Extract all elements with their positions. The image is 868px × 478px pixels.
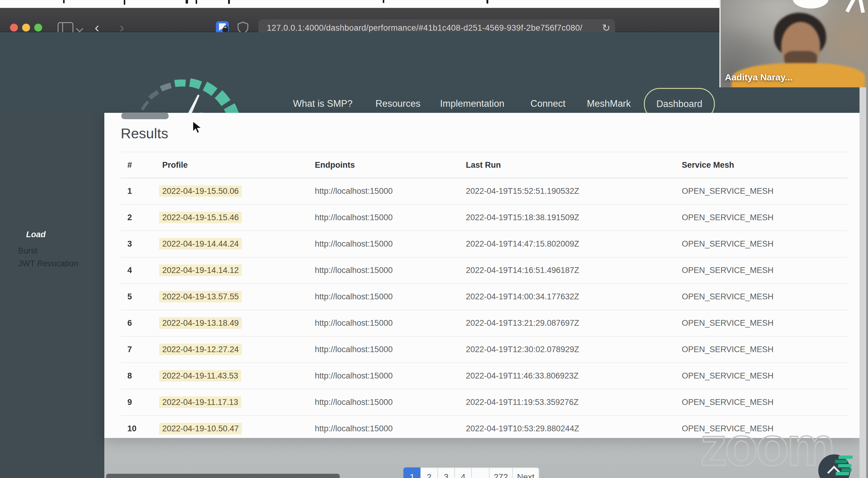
cell-service-mesh: OPEN_SERVICE_MESH [682,266,848,275]
profile-highlight: 2022-04-19-15.15.46 [159,212,242,223]
cell-endpoints: http://localhost:15000 [315,292,466,301]
table-row[interactable]: 3 2022-04-19-14.44.24 http://localhost:1… [121,230,848,257]
minimize-window-button[interactable] [22,24,30,32]
letter-fragment [487,0,488,4]
table-row[interactable]: 7 2022-04-19-12.27.24 http://localhost:1… [121,336,848,362]
column-header: Endpoints [315,160,466,170]
cell-last-run: 2022-04-19T14:00:34.177632Z [466,292,682,301]
cell-service-mesh: OPEN_SERVICE_MESH [682,397,848,407]
cell-service-mesh: OPEN_SERVICE_MESH [682,318,848,328]
table-row[interactable]: 2 2022-04-19-15.15.46 http://localhost:1… [121,204,848,230]
cell-service-mesh: OPEN_SERVICE_MESH [682,292,848,301]
letter-fragment [186,0,188,4]
table-row[interactable]: 6 2022-04-19-13.18.49 http://localhost:1… [121,310,848,336]
cell-index: 9 [121,397,162,407]
profile-highlight: 2022-04-19-14.44.24 [159,238,242,250]
cell-service-mesh: OPEN_SERVICE_MESH [682,371,848,381]
cell-index: 2 [121,213,162,222]
lock-icon [223,28,228,32]
page-button[interactable]: 3 [437,467,455,478]
tab-remnant[interactable] [121,113,168,119]
profile-highlight: 2022-04-19-10.50.47 [159,423,242,434]
next-page-button[interactable]: Next [512,467,539,478]
page-button[interactable]: 2 [420,467,438,478]
cell-index: 5 [121,292,162,301]
cell-profile: 2022-04-19-10.50.47 [162,424,315,434]
letter-fragment [63,0,65,3]
profile-highlight: 2022-04-19-13.18.49 [159,317,242,329]
cell-index: 8 [121,371,162,381]
nav-link[interactable]: Connect [530,98,565,109]
cell-endpoints: http://localhost:15000 [315,318,466,328]
table-body: 1 2022-04-19-15.50.06 http://localhost:1… [121,178,848,442]
cell-profile: 2022-04-19-15.50.06 [162,187,315,196]
cell-index: 7 [121,345,162,354]
page-title: Results [121,125,168,141]
table-row[interactable]: 8 2022-04-19-11.43.53 http://localhost:1… [121,362,848,389]
profile-highlight: 2022-04-19-15.50.06 [159,185,242,197]
cell-last-run: 2022-04-19T15:52:51.190532Z [466,187,682,196]
page-button[interactable]: 272 [489,467,513,478]
window-right-edge [866,32,868,478]
cell-endpoints: http://localhost:15000 [315,239,466,249]
cell-index: 6 [121,318,162,328]
nav-link[interactable]: What is SMP? [293,98,352,109]
cell-endpoints: http://localhost:15000 [315,397,466,407]
nav-link[interactable]: Implementation [440,98,504,109]
pagination: 1 2 3 4 … 272 Next [403,467,539,478]
cell-profile: 2022-04-19-15.15.46 [162,213,315,222]
horizontal-scrollbar-thumb[interactable] [106,474,340,478]
letter-fragment [228,0,230,4]
cell-last-run: 2022-04-19T15:18:38.191509Z [466,213,682,222]
cell-profile: 2022-04-19-11.17.13 [162,397,315,407]
profile-highlight: 2022-04-19-11.17.13 [159,396,241,408]
nav-link[interactable]: MeshMark [587,98,631,109]
cell-index: 4 [121,266,162,275]
cell-endpoints: http://localhost:15000 [315,424,466,434]
profile-highlight: 2022-04-19-13.57.55 [159,291,242,302]
column-header: # [121,160,162,170]
letter-fragment [383,0,384,3]
page-button[interactable]: 1 [403,467,421,478]
sidebar-item[interactable]: Burst [18,246,37,256]
close-window-button[interactable] [10,24,18,32]
table-row[interactable]: 9 2022-04-19-11.17.13 http://localhost:1… [121,389,848,415]
cell-index: 10 [121,424,162,434]
webcam-tile[interactable]: Aaditya Naray... [719,0,868,87]
sidebar-item[interactable]: Load [26,230,46,239]
cell-index: 3 [121,239,162,249]
mouse-cursor [192,121,204,135]
cell-last-run: 2022-04-19T11:19:53.359276Z [466,397,682,407]
cell-profile: 2022-04-19-13.57.55 [162,292,315,301]
table-row[interactable]: 1 2022-04-19-15.50.06 http://localhost:1… [121,178,848,204]
table-row[interactable]: 4 2022-04-19-14.14.12 http://localhost:1… [121,257,848,283]
table-header-row: # Profile Endpoints Last Run Service Mes… [121,152,848,178]
profile-highlight: 2022-04-19-14.14.12 [159,264,242,276]
zoom-watermark: zoom [700,415,833,478]
cell-last-run: 2022-04-19T11:46:33.806923Z [466,371,682,381]
page-button[interactable]: 4 [454,467,472,478]
cell-profile: 2022-04-19-14.14.12 [162,266,315,275]
nav-link[interactable]: Resources [375,98,420,109]
page-button[interactable]: … [471,467,490,478]
vertical-scrollbar-track[interactable] [860,32,866,478]
participant-name-label: Aaditya Naray... [725,72,793,83]
smp-s-logo-icon [833,455,855,476]
column-header: Profile [162,160,315,170]
cell-profile: 2022-04-19-12.27.24 [162,345,315,354]
zoom-window-button[interactable] [34,24,42,32]
sidebar-item[interactable]: JWT Revocation [18,259,78,268]
screen: ‹ › 127.0.0.1:4000/dashboard/performance… [0,0,868,478]
cell-service-mesh: OPEN_SERVICE_MESH [682,213,848,222]
cell-last-run: 2022-04-19T14:16:51.496187Z [466,266,682,275]
cell-service-mesh: OPEN_SERVICE_MESH [682,187,848,196]
sidebar: Load Burst JWT Revocation [0,113,104,478]
cell-index: 1 [121,187,162,196]
cell-last-run: 2022-04-19T13:21:29.087697Z [466,318,682,328]
results-card: Results # Profile Endpoints Last Run Ser… [104,113,860,438]
cell-endpoints: http://localhost:15000 [315,371,466,381]
cell-profile: 2022-04-19-11.43.53 [162,371,315,381]
cell-last-run: 2022-04-19T12:30:02.078929Z [466,345,682,354]
table-row[interactable]: 5 2022-04-19-13.57.55 http://localhost:1… [121,283,848,310]
chevron-down-icon[interactable] [76,25,83,32]
